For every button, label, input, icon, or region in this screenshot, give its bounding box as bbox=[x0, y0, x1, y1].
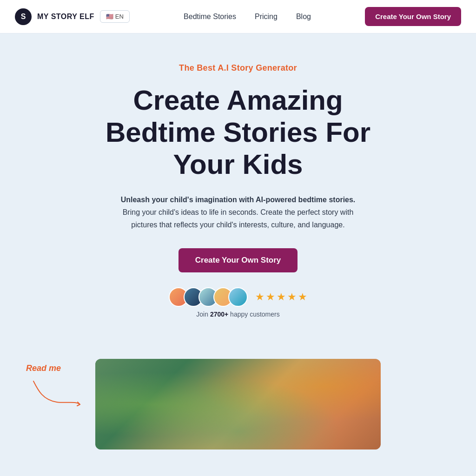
language-selector[interactable]: 🇺🇸 EN bbox=[100, 10, 130, 23]
hero-title-line3: Your Kids bbox=[173, 149, 303, 180]
nav-left: S MY STORY ELF 🇺🇸 EN bbox=[15, 8, 130, 25]
nav-pricing[interactable]: Pricing bbox=[255, 13, 278, 21]
hero-title-line2: Bedtime Stories For bbox=[106, 117, 370, 148]
hero-section: The Best A.I Story Generator Create Amaz… bbox=[0, 33, 476, 359]
lang-label: EN bbox=[115, 13, 124, 20]
social-proof: ★ ★ ★ ★ ★ Join 2700+ happy customers bbox=[169, 287, 307, 318]
book-preview-content bbox=[95, 359, 381, 450]
star-4: ★ bbox=[287, 291, 297, 303]
read-me-section: Read me bbox=[0, 359, 476, 450]
customer-count: 2700+ bbox=[210, 311, 228, 318]
star-2: ★ bbox=[266, 291, 275, 303]
star-1: ★ bbox=[255, 291, 264, 303]
nav-blog[interactable]: Blog bbox=[296, 13, 311, 21]
hero-subtitle: The Best A.I Story Generator bbox=[179, 63, 297, 73]
hero-title-line1: Create Amazing bbox=[133, 85, 343, 116]
read-me-arrow-icon bbox=[29, 377, 85, 409]
join-text: Join bbox=[196, 311, 208, 318]
read-me-label: Read me bbox=[26, 364, 61, 373]
hero-title: Create Amazing Bedtime Stories For Your … bbox=[106, 84, 370, 180]
avatar-5 bbox=[228, 287, 248, 307]
book-preview-image bbox=[95, 359, 381, 450]
hero-cta-button[interactable]: Create Your Own Story bbox=[178, 248, 298, 272]
flag-icon: 🇺🇸 bbox=[106, 13, 113, 20]
nav-cta-button[interactable]: Create Your Own Story bbox=[365, 7, 461, 26]
nav-bedtime-stories[interactable]: Bedtime Stories bbox=[184, 13, 236, 21]
hero-description: Unleash your child's imagination with AI… bbox=[117, 193, 359, 231]
nav-links: Bedtime Stories Pricing Blog bbox=[184, 13, 311, 21]
logo-text: MY STORY ELF bbox=[37, 13, 94, 21]
star-rating: ★ ★ ★ ★ ★ bbox=[255, 291, 307, 303]
hero-desc-line2: Bring your child's ideas to life in seco… bbox=[123, 208, 354, 229]
star-3: ★ bbox=[277, 291, 286, 303]
customer-label: happy customers bbox=[230, 311, 280, 318]
customer-count-text: Join 2700+ happy customers bbox=[196, 311, 279, 318]
star-5: ★ bbox=[298, 291, 307, 303]
hero-desc-line1: Unleash your child's imagination with AI… bbox=[121, 196, 356, 204]
logo-icon: S bbox=[15, 8, 32, 25]
customer-avatars bbox=[169, 287, 248, 307]
navbar: S MY STORY ELF 🇺🇸 EN Bedtime Stories Pri… bbox=[0, 0, 476, 33]
